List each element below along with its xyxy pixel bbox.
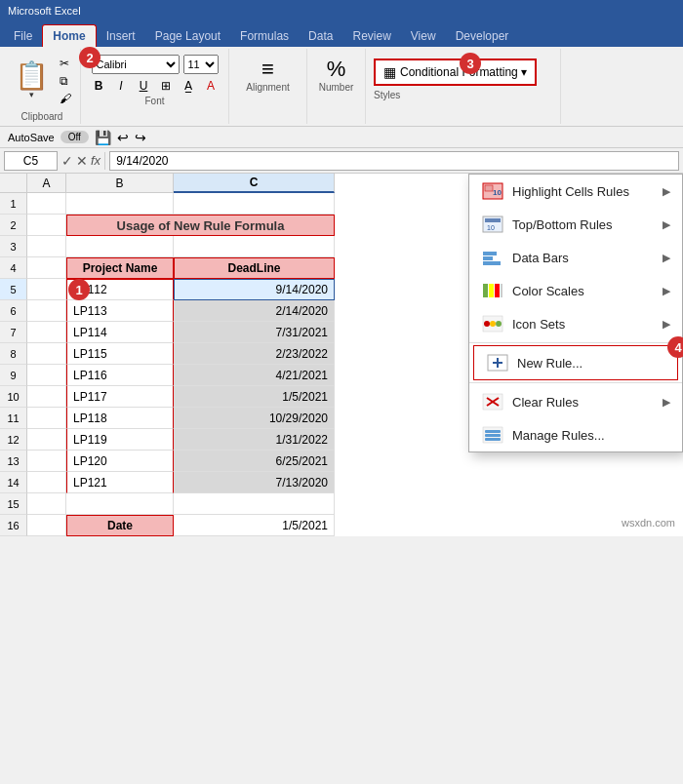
font-size-select[interactable]: 11 [183, 55, 219, 74]
tab-data[interactable]: Data [299, 25, 342, 47]
cell-c16[interactable]: 1/5/2021 [174, 515, 335, 536]
tab-review[interactable]: Review [342, 25, 400, 47]
cell-b6[interactable]: LP113 [66, 300, 174, 322]
menu-item-icon-sets[interactable]: Icon Sets ▶ [469, 307, 682, 340]
tab-insert[interactable]: Insert [97, 25, 145, 47]
cell-a13[interactable] [27, 451, 66, 472]
cell-c1[interactable] [174, 193, 335, 215]
cell-a16[interactable] [27, 515, 66, 536]
border-button[interactable]: ⊞ [156, 76, 176, 96]
menu-item-manage-rules[interactable]: Manage Rules... [469, 418, 682, 451]
cell-a2[interactable] [27, 215, 66, 236]
cell-c5[interactable]: 9/14/2020 [174, 279, 335, 300]
tab-page-layout[interactable]: Page Layout [145, 25, 230, 47]
copy-button[interactable]: ⧉ [57, 73, 74, 89]
cell-b3[interactable] [66, 236, 174, 257]
number-group: % Number [307, 49, 366, 124]
cell-b15[interactable] [66, 493, 174, 515]
redo-icon[interactable]: ↪ [135, 130, 146, 145]
tab-developer[interactable]: Developer [446, 25, 519, 47]
cell-a10[interactable] [27, 386, 66, 408]
font-color-button[interactable]: A [201, 76, 221, 96]
row-num-15: 15 [0, 493, 27, 515]
cell-b11[interactable]: LP118 [66, 408, 174, 429]
formula-input[interactable] [109, 151, 679, 171]
svg-rect-1 [485, 185, 493, 191]
menu-item-highlight-cells[interactable]: 10 Highlight Cells Rules ▶ [469, 175, 682, 208]
new-rule-label: New Rule... [517, 356, 665, 371]
menu-item-top-bottom[interactable]: 10 Top/Bottom Rules ▶ [469, 208, 682, 241]
menu-item-color-scales[interactable]: Color Scales ▶ [469, 274, 682, 307]
cell-c6[interactable]: 2/14/2020 [174, 300, 335, 322]
menu-item-data-bars[interactable]: Data Bars ▶ [469, 241, 682, 274]
cell-b9[interactable]: LP116 [66, 365, 174, 386]
tab-formulas[interactable]: Formulas [230, 25, 299, 47]
cell-a7[interactable] [27, 322, 66, 343]
cell-b4-header[interactable]: Project Name [66, 257, 174, 279]
col-header-b[interactable]: B [66, 174, 174, 193]
cell-c15[interactable] [174, 493, 335, 515]
cell-b10[interactable]: LP117 [66, 386, 174, 408]
menu-divider-2 [469, 382, 682, 383]
col-header-c[interactable]: C [174, 174, 335, 193]
cell-b13[interactable]: LP120 [66, 451, 174, 472]
cell-reference[interactable] [4, 151, 58, 171]
cell-a12[interactable] [27, 429, 66, 451]
col-header-a[interactable]: A [27, 174, 66, 193]
italic-button[interactable]: I [111, 76, 131, 96]
cell-c3[interactable] [174, 236, 335, 257]
cell-a9[interactable] [27, 365, 66, 386]
tab-view[interactable]: View [401, 25, 446, 47]
cell-a6[interactable] [27, 300, 66, 322]
cell-c12[interactable]: 1/31/2022 [174, 429, 335, 451]
paste-button[interactable]: 📋 ▾ [10, 59, 54, 102]
top-bottom-label: Top/Bottom Rules [512, 217, 655, 232]
cancel-formula-icon[interactable]: ✕ [76, 153, 88, 169]
fill-color-button[interactable]: A̲ [179, 76, 198, 96]
cell-a15[interactable] [27, 493, 66, 515]
icon-sets-label: Icon Sets [512, 317, 655, 332]
cell-b1[interactable] [66, 193, 174, 215]
cell-a11[interactable] [27, 408, 66, 429]
cell-c14[interactable]: 7/13/2020 [174, 472, 335, 493]
clear-rules-label: Clear Rules [512, 395, 655, 410]
cell-c10[interactable]: 1/5/2021 [174, 386, 335, 408]
undo-icon[interactable]: ↩ [117, 130, 129, 145]
autosave-toggle[interactable]: Off [60, 131, 89, 143]
menu-item-new-rule[interactable]: 4 New Rule... [473, 345, 678, 380]
cell-b12[interactable]: LP119 [66, 429, 174, 451]
save-icon[interactable]: 💾 [95, 130, 111, 145]
format-painter-button[interactable]: 🖌 [57, 91, 74, 106]
cell-a1[interactable] [27, 193, 66, 215]
cell-a3[interactable] [27, 236, 66, 257]
cell-c4-header[interactable]: DeadLine [174, 257, 335, 279]
data-bars-icon [481, 248, 504, 267]
tab-home[interactable]: Home [42, 24, 96, 47]
menu-item-clear-rules[interactable]: Clear Rules ▶ [469, 385, 682, 418]
cell-c13[interactable]: 6/25/2021 [174, 451, 335, 472]
cell-b2-title[interactable]: Usage of New Rule Formula [66, 215, 335, 236]
cell-c9[interactable]: 4/21/2021 [174, 365, 335, 386]
tab-file[interactable]: File [4, 25, 42, 47]
underline-button[interactable]: U [134, 76, 153, 96]
cell-b16-date[interactable]: Date [66, 515, 174, 536]
cell-c11[interactable]: 10/29/2020 [174, 408, 335, 429]
cut-button[interactable]: ✂ [57, 56, 74, 71]
cell-b14[interactable]: LP121 [66, 472, 174, 493]
cell-a5[interactable] [27, 279, 66, 300]
font-name-select[interactable]: Calibri [92, 55, 180, 74]
conditional-formatting-button[interactable]: ▦ Conditional Formatting ▾ [374, 59, 537, 86]
svg-rect-4 [485, 218, 501, 222]
check-icon[interactable]: ✓ [61, 153, 73, 169]
cell-b7[interactable]: LP114 [66, 322, 174, 343]
cell-a4[interactable] [27, 257, 66, 279]
cell-b8[interactable]: LP115 [66, 343, 174, 365]
cell-c8[interactable]: 2/23/2022 [174, 343, 335, 365]
cell-a14[interactable] [27, 472, 66, 493]
bold-button[interactable]: B [89, 76, 108, 96]
svg-rect-25 [485, 434, 501, 437]
svg-rect-7 [483, 256, 493, 260]
cell-c7[interactable]: 7/31/2021 [174, 322, 335, 343]
row-num-6: 6 [0, 300, 27, 322]
cell-a8[interactable] [27, 343, 66, 365]
